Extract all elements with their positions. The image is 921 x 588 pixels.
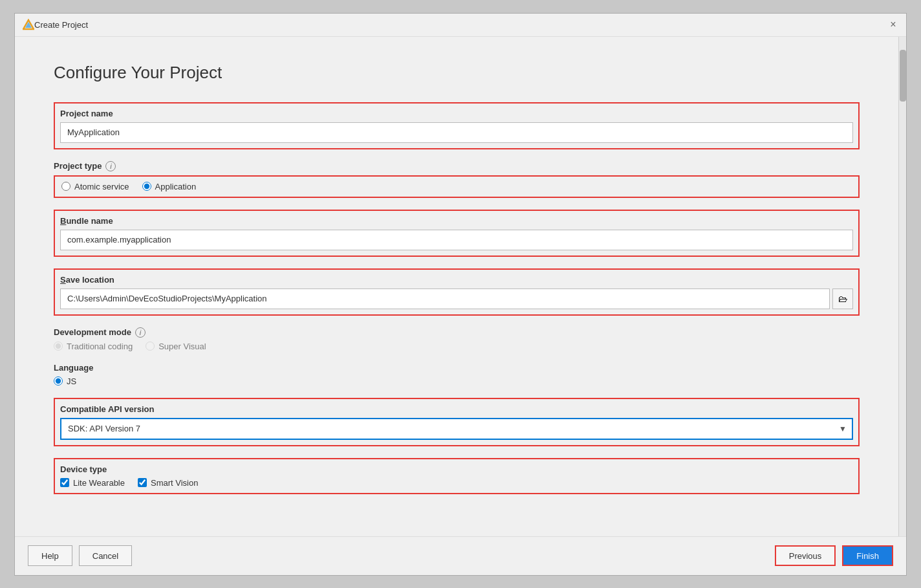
scrollbar[interactable] — [898, 37, 906, 536]
language-radio-group: JS — [54, 376, 860, 386]
close-button[interactable]: × — [888, 19, 898, 30]
bundle-name-label: Bundle name — [60, 216, 853, 226]
window-title: Create Project — [34, 20, 888, 30]
folder-icon: 🗁 — [838, 294, 847, 304]
api-version-select[interactable]: SDK: API Version 7 SDK: API Version 6 SD… — [60, 418, 853, 440]
main-content: Configure Your Project Project name Proj… — [15, 37, 898, 536]
api-version-section: Compatible API version SDK: API Version … — [54, 398, 860, 446]
bottom-right-buttons: Previous Finish — [775, 545, 893, 566]
save-location-section: Save location 🗁 — [54, 268, 860, 316]
smart-vision-checkbox[interactable] — [138, 478, 147, 487]
api-version-select-wrapper: SDK: API Version 7 SDK: API Version 6 SD… — [60, 418, 853, 440]
dev-mode-radio-group: Traditional coding Super Visual — [54, 342, 860, 351]
language-section: Language JS — [54, 363, 860, 386]
language-label: Language — [54, 363, 860, 373]
js-option[interactable]: JS — [54, 376, 76, 386]
dev-mode-section: Development mode i Traditional coding Su… — [54, 327, 860, 351]
api-version-label: Compatible API version — [60, 404, 853, 414]
traditional-coding-radio[interactable] — [54, 342, 63, 351]
titlebar: Create Project × — [15, 14, 906, 37]
project-name-section: Project name — [54, 102, 860, 149]
traditional-coding-option[interactable]: Traditional coding — [54, 342, 133, 351]
content-area: Configure Your Project Project name Proj… — [15, 37, 906, 536]
help-button[interactable]: Help — [28, 545, 72, 566]
lite-wearable-checkbox[interactable] — [60, 478, 69, 487]
save-location-input[interactable] — [60, 289, 830, 309]
browse-folder-button[interactable]: 🗁 — [832, 289, 853, 309]
device-type-label: Device type — [60, 464, 853, 474]
device-type-checkbox-group: Lite Wearable Smart Vision — [60, 478, 853, 488]
application-option[interactable]: Application — [142, 182, 197, 191]
cancel-button[interactable]: Cancel — [79, 545, 132, 566]
dev-mode-label: Development mode i — [54, 327, 860, 338]
app-logo-icon — [23, 19, 34, 30]
super-visual-option[interactable]: Super Visual — [146, 342, 206, 351]
application-radio[interactable] — [142, 182, 151, 191]
save-location-input-group: 🗁 — [60, 289, 853, 309]
project-type-section: Project type i Atomic service Applicatio… — [54, 161, 860, 198]
super-visual-radio[interactable] — [146, 342, 155, 351]
project-name-label: Project name — [60, 109, 853, 118]
previous-button[interactable]: Previous — [775, 545, 836, 566]
atomic-service-option[interactable]: Atomic service — [61, 182, 129, 191]
save-location-label: Save location — [60, 275, 853, 285]
bottom-left-buttons: Help Cancel — [28, 545, 132, 566]
project-type-help-icon[interactable]: i — [105, 161, 116, 171]
bundle-name-section: Bundle name — [54, 210, 860, 257]
project-name-input[interactable] — [60, 122, 853, 143]
project-type-radio-group: Atomic service Application — [54, 175, 860, 198]
js-radio[interactable] — [54, 376, 63, 386]
dev-mode-help-icon[interactable]: i — [135, 327, 146, 338]
scrollbar-thumb[interactable] — [900, 50, 906, 102]
finish-button[interactable]: Finish — [842, 545, 893, 566]
lite-wearable-option[interactable]: Lite Wearable — [60, 478, 125, 488]
project-type-label: Project type i — [54, 161, 860, 171]
dialog-window: Create Project × Configure Your Project … — [14, 13, 907, 576]
smart-vision-option[interactable]: Smart Vision — [138, 478, 198, 488]
atomic-service-radio[interactable] — [61, 182, 70, 191]
device-type-section: Device type Lite Wearable Smart Vision — [54, 458, 860, 494]
bottom-bar: Help Cancel Previous Finish — [15, 536, 906, 575]
bundle-name-input[interactable] — [60, 230, 853, 250]
page-title: Configure Your Project — [54, 63, 860, 83]
